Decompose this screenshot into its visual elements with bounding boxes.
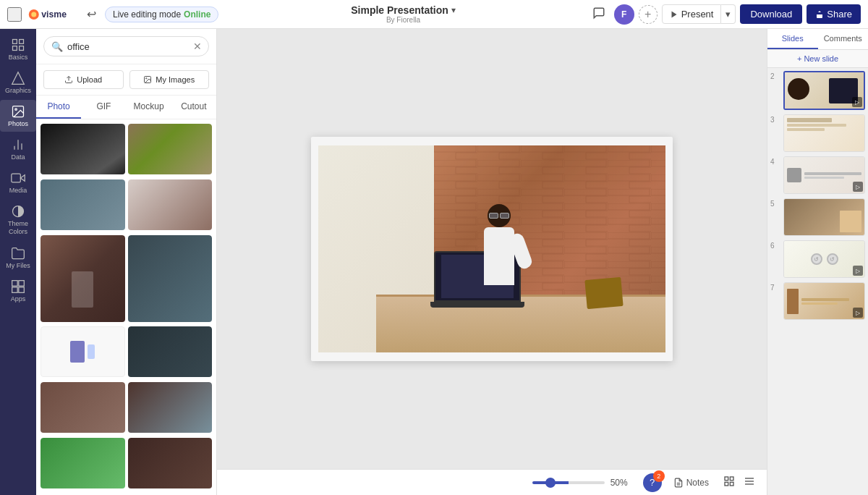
search-clear-button[interactable]: ✕ [193, 41, 202, 52]
svg-point-1 [31, 12, 36, 17]
presentation-author: By Fiorella [351, 16, 456, 24]
slide-item-3[interactable]: 3 [770, 114, 865, 152]
slide-7-action-icon: ▷ [853, 308, 863, 318]
svg-rect-19 [12, 287, 18, 292]
my-images-button[interactable]: My Images [129, 70, 210, 89]
canvas-area[interactable]: 50% ? 2 Notes [217, 29, 767, 495]
slide-thumb-7[interactable]: ▷ [783, 282, 865, 320]
upload-button[interactable]: Upload [43, 70, 124, 89]
notes-button[interactable]: Notes [669, 475, 713, 491]
sidebar-item-graphics[interactable]: Graphics [0, 67, 36, 98]
undo-button[interactable]: ↩ [84, 6, 99, 22]
add-collaborator-button[interactable]: + [639, 5, 658, 24]
photo-thumb-10[interactable] [128, 382, 213, 435]
svg-point-10 [15, 109, 17, 111]
slide-canvas [311, 137, 673, 361]
bottom-toolbar: 50% ? 2 Notes [217, 469, 767, 495]
slide-4-actions: ▷ [853, 182, 863, 192]
photo-thumb-4[interactable] [128, 179, 213, 232]
slide-number-3: 3 [770, 114, 780, 124]
slide-thumb-2[interactable]: ▷ [783, 71, 865, 110]
sidebar-item-theme-colors[interactable]: Theme Colors [0, 200, 36, 240]
slide-number-6: 6 [770, 240, 780, 250]
comment-button[interactable] [588, 4, 610, 25]
sidebar-item-basics[interactable]: Basics [0, 33, 36, 65]
svg-rect-20 [19, 287, 25, 292]
tab-slides[interactable]: Slides [767, 29, 818, 49]
slides-tabs: Slides Comments [767, 29, 868, 50]
view-toggle [720, 473, 758, 492]
avatar[interactable]: F [614, 4, 634, 25]
slide-thumb-5[interactable] [783, 198, 865, 236]
slide-thumb-4[interactable]: ▷ [783, 156, 865, 194]
share-button[interactable]: Share [807, 4, 861, 24]
photo-tabs: Photo GIF Mockup Cutout [36, 96, 216, 119]
photo-thumb-1[interactable] [41, 124, 125, 177]
tab-photo[interactable]: Photo [36, 96, 81, 119]
slide-number-4: 4 [770, 156, 780, 166]
svg-marker-3 [671, 11, 676, 17]
svg-rect-5 [20, 40, 24, 44]
tab-cutout[interactable]: Cutout [171, 96, 216, 119]
slide-item-7[interactable]: 7 ▷ [770, 282, 865, 320]
photo-thumb-6[interactable] [128, 235, 213, 324]
sidebar-item-data[interactable]: Data [0, 133, 36, 165]
sidebar-item-apps-label: Apps [11, 295, 26, 302]
hamburger-menu-button[interactable] [7, 7, 22, 22]
svg-marker-14 [20, 175, 25, 181]
svg-rect-18 [19, 280, 25, 286]
list-view-button[interactable] [741, 473, 758, 492]
title-chevron-icon[interactable]: ▾ [451, 5, 456, 15]
svg-marker-8 [12, 72, 25, 85]
slide-item-6[interactable]: 6 ↺ ↺ ▷ [770, 240, 865, 278]
topbar-right: F + Present ▾ Download Share [588, 4, 861, 25]
tab-gif[interactable]: GIF [81, 96, 126, 119]
topbar: visme ↩ Live editing mode Online Simple … [0, 0, 868, 29]
topbar-center: Simple Presentation ▾ By Fiorella [224, 4, 582, 24]
sidebar-item-media[interactable]: Media [0, 166, 36, 198]
present-button[interactable]: Present [662, 4, 722, 24]
slides-list: 2 ▷ 3 [767, 68, 868, 495]
slide-action-icon: ▷ [852, 97, 862, 107]
photo-thumb-9[interactable] [41, 382, 125, 435]
slide-item-4[interactable]: 4 ▷ [770, 156, 865, 194]
svg-rect-31 [730, 482, 733, 486]
photo-grid [36, 119, 216, 495]
search-input[interactable] [67, 41, 189, 52]
slides-panel: Slides Comments + New slide 2 ▷ [767, 29, 868, 495]
slide-4-action-icon: ▷ [853, 182, 863, 192]
photo-thumb-11[interactable] [41, 438, 125, 491]
sidebar-item-my-files[interactable]: My Files [0, 242, 36, 274]
tab-mockup[interactable]: Mockup [127, 96, 171, 119]
photo-thumb-3[interactable] [41, 179, 125, 232]
photo-thumb-8[interactable] [128, 326, 213, 379]
zoom-slider[interactable] [532, 481, 605, 484]
slide-item-2[interactable]: 2 ▷ [770, 71, 865, 110]
svg-rect-15 [12, 174, 20, 182]
grid-view-button[interactable] [720, 473, 738, 492]
svg-rect-6 [13, 46, 17, 51]
slide-2-actions: ▷ [852, 97, 862, 107]
download-button[interactable]: Download [740, 4, 802, 24]
svg-rect-30 [725, 482, 728, 486]
slide-item-5[interactable]: 5 [770, 198, 865, 236]
sidebar-item-photos-label: Photos [8, 120, 28, 127]
photo-thumb-12[interactable] [128, 438, 213, 491]
sidebar-item-apps[interactable]: Apps [0, 275, 36, 307]
slide-thumb-6[interactable]: ↺ ↺ ▷ [783, 240, 865, 278]
sidebar-item-theme-colors-label: Theme Colors [3, 220, 33, 236]
slide-number-7: 7 [770, 282, 780, 292]
svg-point-22 [146, 78, 148, 80]
photo-thumb-2[interactable] [128, 124, 213, 177]
slide-thumb-3[interactable] [783, 114, 865, 152]
photo-thumb-5[interactable] [41, 235, 125, 324]
present-dropdown-button[interactable]: ▾ [721, 4, 736, 24]
sidebar-item-photos[interactable]: Photos [0, 100, 36, 132]
sidebar-item-data-label: Data [11, 153, 25, 161]
new-slide-button[interactable]: + New slide [767, 50, 868, 68]
svg-rect-4 [13, 40, 17, 44]
tab-comments[interactable]: Comments [818, 29, 869, 49]
photos-panel: 🔍 ✕ Upload My Images Photo GIF Mockup Cu… [36, 29, 217, 495]
photo-thumb-7[interactable] [41, 326, 125, 379]
slide-6-action-icon: ▷ [853, 266, 863, 276]
